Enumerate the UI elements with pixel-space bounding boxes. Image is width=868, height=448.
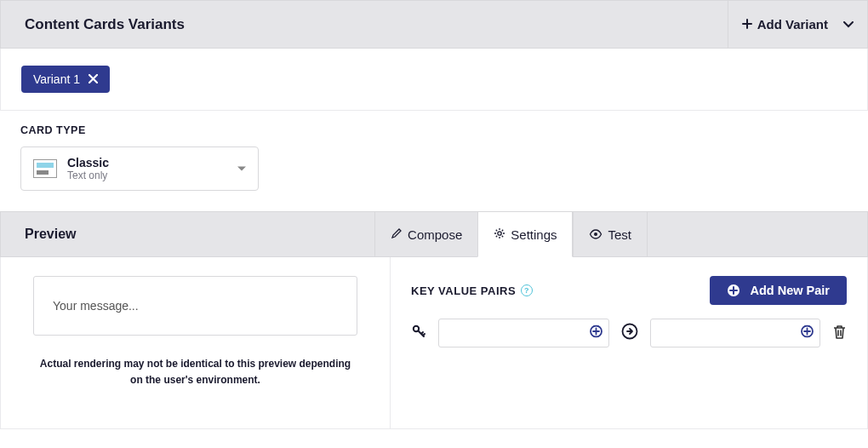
arrow-right-icon <box>621 323 638 343</box>
close-icon[interactable] <box>89 72 98 86</box>
preview-note: Actual rendering may not be identical to… <box>33 356 357 388</box>
kvp-value-input[interactable] <box>650 319 821 347</box>
header-bar: Content Cards Variants Add Variant <box>0 0 868 49</box>
card-type-name: Classic <box>67 156 109 169</box>
variant-chip[interactable]: Variant 1 <box>21 66 110 93</box>
tab-compose[interactable]: Compose <box>374 212 477 256</box>
help-icon[interactable]: ? <box>521 284 533 296</box>
tab-settings-label: Settings <box>511 227 557 242</box>
caret-down-icon <box>237 167 246 171</box>
preview-pane: Your message... Actual rendering may not… <box>1 257 391 428</box>
key-icon <box>411 324 426 342</box>
plus-circle-icon <box>727 284 740 297</box>
kvp-label-text: KEY VALUE PAIRS <box>411 284 516 297</box>
tabs-bar: Preview Compose Settings Test <box>0 211 868 257</box>
add-variant-wrap: Add Variant <box>728 1 854 48</box>
card-type-select[interactable]: Classic Text only <box>20 146 259 191</box>
kvp-key-input-wrap <box>438 319 609 347</box>
pencil-icon <box>391 227 403 242</box>
plus-circle-icon[interactable] <box>590 325 602 342</box>
variant-chip-label: Variant 1 <box>33 72 80 86</box>
tabs: Compose Settings Test <box>374 212 867 256</box>
tab-settings[interactable]: Settings <box>477 211 573 257</box>
tabs-spacer <box>648 212 867 256</box>
card-type-thumbnail-icon <box>33 159 57 178</box>
kvp-header: KEY VALUE PAIRS ? Add New Pair <box>411 276 847 305</box>
settings-pane: KEY VALUE PAIRS ? Add New Pair <box>391 257 867 428</box>
preview-message-box: Your message... <box>33 276 357 336</box>
card-type-section: CARD TYPE Classic Text only <box>0 111 868 211</box>
tab-test[interactable]: Test <box>573 212 648 256</box>
chevron-down-icon <box>843 19 854 31</box>
svg-point-0 <box>498 231 501 234</box>
plus-icon <box>742 17 752 32</box>
trash-icon[interactable] <box>832 324 847 343</box>
svg-point-1 <box>594 233 597 236</box>
kvp-label: KEY VALUE PAIRS ? <box>411 284 533 297</box>
page-title: Content Cards Variants <box>25 16 185 33</box>
content-row: Your message... Actual rendering may not… <box>0 257 868 429</box>
variants-row: Variant 1 <box>0 49 868 111</box>
kvp-key-input[interactable] <box>438 319 609 347</box>
add-variant-label: Add Variant <box>757 17 828 32</box>
tab-test-label: Test <box>608 227 631 242</box>
eye-icon <box>589 227 602 242</box>
card-type-label: CARD TYPE <box>20 124 848 136</box>
preview-message-placeholder: Your message... <box>53 299 139 313</box>
card-type-text: Classic Text only <box>67 156 109 181</box>
add-new-pair-button[interactable]: Add New Pair <box>710 276 847 305</box>
add-new-pair-label: Add New Pair <box>751 284 830 297</box>
kvp-value-input-wrap <box>650 319 821 347</box>
gear-icon <box>494 227 505 242</box>
preview-label: Preview <box>1 227 374 242</box>
tab-compose-label: Compose <box>408 227 462 242</box>
card-type-description: Text only <box>67 169 109 181</box>
add-variant-button[interactable]: Add Variant <box>742 17 854 32</box>
kvp-row <box>411 319 847 347</box>
plus-circle-icon[interactable] <box>801 325 814 342</box>
